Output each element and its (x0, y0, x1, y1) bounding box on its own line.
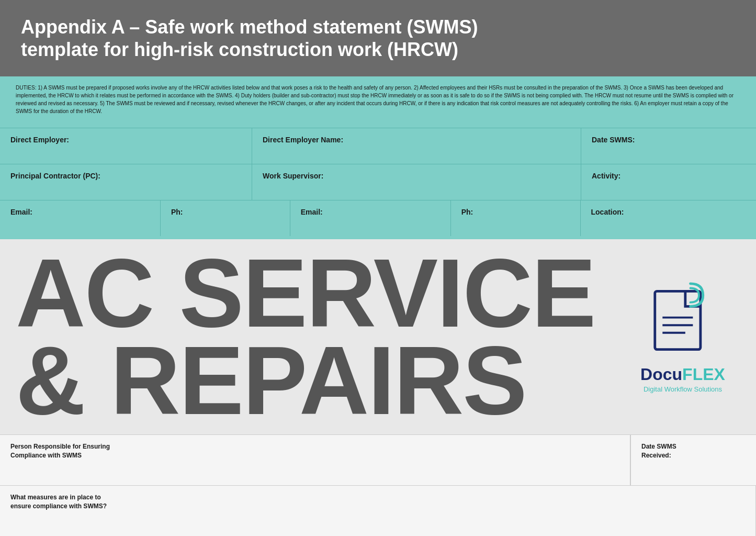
date-swms-cell: Date SWMS: (581, 128, 756, 164)
direct-employer-name-cell: Direct Employer Name: (252, 128, 581, 164)
principal-contractor-cell: Principal Contractor (PC): (0, 164, 252, 200)
person-responsible-row: Person Responsible for EnsuringComplianc… (0, 434, 756, 485)
svg-rect-0 (655, 291, 701, 349)
service-line1: AC SERVICE (16, 250, 604, 337)
location-cell: Location: (581, 200, 756, 236)
service-line2: & REPAIRS (16, 337, 604, 425)
work-supervisor-cell: Work Supervisor: (252, 164, 581, 200)
measures-value (10, 513, 745, 529)
email1-value (10, 218, 150, 229)
docuflex-icon (649, 281, 717, 360)
email1-label: Email: (10, 208, 150, 216)
ph1-value (171, 218, 279, 229)
date-swms-received-label: Date SWMSReceived: (641, 442, 746, 460)
docuflex-brand: DocuFLEX (640, 365, 725, 384)
docuflex-tagline: Digital Workflow Solutions (644, 385, 722, 393)
ph2-label: Ph: (461, 208, 570, 216)
measures-label: What measures are in place toensure comp… (10, 493, 745, 511)
direct-employer-cell: Direct Employer: (0, 128, 252, 164)
teal-section: DUTIES: 1) A SWMS must be prepared if pr… (0, 76, 756, 239)
duties-section: DUTIES: 1) A SWMS must be prepared if pr… (0, 76, 756, 122)
person-responsible-value (10, 462, 619, 478)
service-text: AC SERVICE & REPAIRS (16, 250, 604, 424)
direct-employer-name-value (263, 146, 570, 157)
date-swms-received-cell: Date SWMSReceived: (630, 435, 756, 485)
title-line2: template for high-risk construction work… (21, 39, 458, 60)
location-label: Location: (591, 208, 746, 216)
ph1-cell: Ph: (161, 200, 290, 236)
measures-cell: What measures are in place toensure comp… (0, 486, 756, 536)
date-swms-value (592, 146, 746, 157)
person-responsible-label: Person Responsible for EnsuringComplianc… (10, 442, 619, 460)
docuflex-name-part1: Docu (640, 365, 682, 384)
email2-label: Email: (301, 208, 440, 216)
date-swms-received-value (641, 462, 746, 478)
activity-cell: Activity: (581, 164, 756, 200)
email2-cell: Email: (290, 200, 451, 236)
direct-employer-value (10, 146, 241, 157)
page-title: Appendix A – Safe work method statement … (21, 16, 478, 61)
ph1-label: Ph: (171, 208, 279, 216)
person-responsible-cell: Person Responsible for EnsuringComplianc… (0, 435, 630, 485)
email1-cell: Email: (0, 200, 161, 236)
header-section: Appendix A – Safe work method statement … (0, 0, 756, 76)
work-supervisor-label: Work Supervisor: (263, 172, 570, 180)
form-row-1: Direct Employer: Direct Employer Name: D… (0, 128, 756, 164)
title-line1: Appendix A – Safe work method statement … (21, 16, 478, 38)
direct-employer-label: Direct Employer: (10, 136, 241, 144)
activity-label: Activity: (592, 172, 746, 180)
form-row-2: Principal Contractor (PC): Work Supervis… (0, 164, 756, 200)
principal-contractor-value (10, 182, 241, 193)
date-swms-label: Date SWMS: (592, 136, 746, 144)
direct-employer-name-label: Direct Employer Name: (263, 136, 570, 144)
work-supervisor-value (263, 182, 570, 193)
location-value (591, 218, 746, 229)
form-row-3: Email: Ph: Email: Ph: Location: (0, 200, 756, 236)
graphic-section: AC SERVICE & REPAIRS DocuFLEX Digital Wo… (0, 239, 756, 434)
email2-value (301, 218, 440, 229)
docuflex-name-part2: FLEX (682, 365, 725, 384)
ph2-cell: Ph: (451, 200, 581, 236)
duties-text: DUTIES: 1) A SWMS must be prepared if pr… (16, 84, 740, 115)
activity-value (592, 182, 746, 193)
bottom-section: Person Responsible for EnsuringComplianc… (0, 434, 756, 536)
measures-row: What measures are in place toensure comp… (0, 485, 756, 536)
ph2-value (461, 218, 570, 229)
logo-container: DocuFLEX Digital Workflow Solutions (625, 281, 740, 393)
principal-contractor-label: Principal Contractor (PC): (10, 172, 241, 180)
